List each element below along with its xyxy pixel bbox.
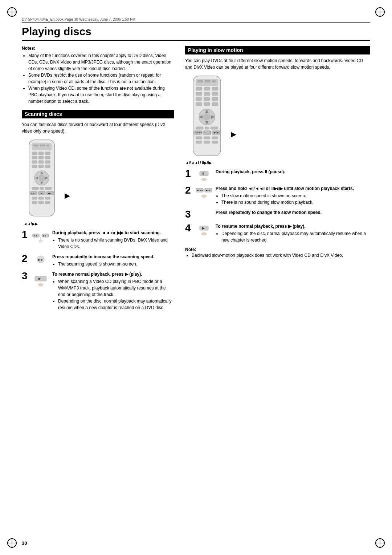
slow-step-4-text: To resume normal playback, press ▶ (play… — [216, 223, 370, 243]
scanning-step-2-number: 2 — [22, 254, 29, 264]
svg-rect-15 — [40, 145, 45, 146]
scanning-step-3: 3 ▶ To resume normal playback, press ▶ (… — [22, 271, 174, 311]
svg-point-101 — [201, 178, 207, 181]
svg-rect-37 — [45, 187, 52, 190]
svg-point-60 — [38, 283, 43, 286]
svg-rect-45 — [38, 197, 44, 199]
svg-rect-70 — [204, 92, 210, 96]
svg-rect-23 — [32, 161, 37, 163]
svg-rect-35 — [32, 187, 38, 190]
svg-point-106 — [201, 195, 207, 198]
svg-rect-95 — [212, 137, 218, 139]
slow-motion-note-item-1: Backward slow-motion playback does not w… — [192, 252, 370, 259]
slow-step-1-icon: II — [195, 169, 213, 182]
slow-motion-remote-svg: ◄I/◄◄ II II▶/I▶ — [185, 74, 229, 158]
slow-step-2-icon: ◄I/◄◄I II▶/I▶ — [195, 185, 213, 198]
svg-rect-49 — [45, 201, 50, 204]
svg-point-109 — [201, 232, 207, 235]
scanning-step-3-number: 3 — [22, 271, 29, 281]
scanning-step-1-icon: ◄◄ ▶▶ — [32, 230, 49, 243]
notes-label: Notes: — [22, 46, 174, 51]
scanning-remote-svg: ◄◄ ■ ▶▶ — [22, 138, 62, 218]
svg-rect-18 — [38, 152, 44, 155]
note-item-1: Many of the functions covered in this ch… — [28, 52, 174, 72]
scanning-step-1-text: During playback, press ◄◄ or ▶▶ to start… — [52, 230, 174, 250]
svg-rect-25 — [45, 161, 50, 163]
svg-text:◄◄: ◄◄ — [33, 235, 37, 237]
svg-text:II▶/I▶: II▶/I▶ — [213, 131, 219, 134]
svg-rect-84 — [196, 127, 203, 129]
note-item-2: Some DVDs restrict the use of some funct… — [28, 72, 174, 85]
svg-rect-77 — [212, 102, 218, 106]
svg-point-30 — [39, 175, 45, 181]
header-bar: DV-SP404.404E_En.book Page 30 Wednesday,… — [22, 17, 370, 23]
svg-text:II: II — [202, 172, 204, 175]
scanning-remote-arrow: ▶ — [65, 192, 70, 200]
svg-text:▶▶: ▶▶ — [48, 192, 51, 194]
svg-text:▶▶: ▶▶ — [43, 235, 46, 237]
svg-rect-63 — [197, 80, 203, 82]
slow-step-1: 1 II During playback, press II (pause). — [185, 169, 370, 182]
notes-section: Notes: Many of the functions covered in … — [22, 46, 174, 105]
page-content: Playing discs Notes: Many of the functio… — [22, 25, 370, 533]
slow-motion-note: Note: Backward slow-motion playback does… — [185, 247, 370, 259]
svg-rect-26 — [32, 165, 37, 168]
scanning-intro: You can fast-scan discs forward or backw… — [22, 121, 174, 134]
svg-rect-36 — [40, 187, 44, 190]
scanning-step-2-icon: ▶▶ — [32, 254, 49, 267]
svg-point-79 — [204, 114, 210, 120]
notes-list: Many of the functions covered in this ch… — [22, 52, 174, 105]
slow-step-3: 3 Press repeatedly to change the slow mo… — [185, 209, 370, 219]
svg-rect-47 — [32, 201, 37, 204]
svg-text:■: ■ — [41, 192, 42, 194]
slow-motion-remote-container: ◄I/◄◄ II II▶/I▶ ▶ — [185, 74, 229, 159]
left-column: Notes: Many of the functions covered in … — [22, 46, 174, 315]
svg-text:▶: ▶ — [202, 226, 205, 230]
svg-rect-86 — [211, 127, 218, 129]
corner-mark-br — [375, 538, 385, 548]
svg-rect-64 — [205, 80, 211, 82]
scanning-step-2: 2 ▶▶ Press repeatedly to increase the sc… — [22, 254, 174, 267]
slow-step-4-number: 4 — [185, 223, 192, 233]
slow-step-1-number: 1 — [185, 169, 192, 179]
svg-rect-72 — [196, 97, 202, 101]
scanning-step-2-text: Press repeatedly to increase the scannin… — [52, 254, 174, 267]
svg-rect-97 — [204, 141, 210, 143]
scanning-step-1-number: 1 — [22, 230, 29, 240]
svg-rect-48 — [38, 201, 44, 204]
slow-step-3-text: Press repeatedly to change the slow moti… — [216, 209, 370, 216]
svg-rect-14 — [33, 145, 38, 146]
svg-rect-24 — [38, 161, 44, 163]
svg-rect-66 — [196, 87, 202, 90]
svg-text:◄I/◄◄: ◄I/◄◄ — [195, 131, 202, 134]
svg-text:II▶/I▶: II▶/I▶ — [205, 189, 210, 191]
slow-step-2: 2 ◄I/◄◄I II▶/I▶ Press and hold ◄I/◄◄I or… — [185, 185, 370, 206]
scanning-steps: 1 ◄◄ ▶▶ During playback, p — [22, 230, 174, 311]
svg-rect-44 — [32, 197, 37, 199]
page-title: Playing discs — [22, 25, 370, 41]
svg-text:▶: ▶ — [38, 277, 41, 280]
svg-text:▶▶: ▶▶ — [38, 258, 43, 262]
slow-step-1-text: During playback, press II (pause). — [216, 169, 370, 175]
scanning-remote-label: ◄◄/▶▶ — [24, 222, 174, 226]
svg-text:II: II — [204, 131, 205, 134]
svg-rect-76 — [204, 102, 210, 106]
svg-rect-65 — [212, 80, 216, 82]
svg-rect-67 — [204, 87, 210, 90]
scanning-remote-wrapper: ◄◄ ■ ▶▶ ▶ — [22, 138, 174, 219]
corner-mark-tl — [7, 7, 17, 17]
svg-rect-22 — [45, 156, 50, 159]
svg-rect-13 — [32, 143, 52, 150]
slow-motion-remote-label: ◄I/◄◄I / II▶/I▶ — [185, 161, 370, 165]
slow-step-4-icon: ▶ — [195, 223, 213, 236]
svg-rect-93 — [196, 137, 202, 139]
scanning-step-3-icon: ▶ — [32, 271, 49, 287]
svg-rect-73 — [204, 97, 210, 101]
svg-rect-21 — [38, 156, 44, 159]
scanning-heading: Scanning discs — [22, 110, 174, 118]
slow-motion-heading: Playing in slow motion — [185, 46, 370, 54]
scanning-step-1: 1 ◄◄ ▶▶ During playback, p — [22, 230, 174, 250]
slow-step-3-number: 3 — [185, 209, 192, 219]
svg-rect-85 — [205, 127, 209, 129]
header-text: DV-SP404.404E_En.book Page 30 Wednesday,… — [22, 17, 135, 21]
